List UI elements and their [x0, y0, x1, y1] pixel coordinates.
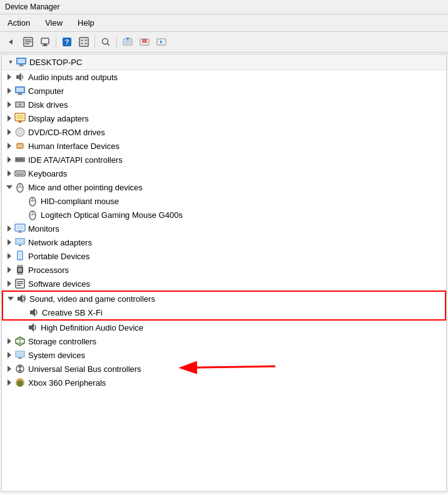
toolbar-back[interactable]	[4, 34, 19, 49]
tree-item-display[interactable]: Display adapters	[2, 111, 446, 125]
expand-icon-hid[interactable]	[4, 141, 14, 151]
expand-icon-mice[interactable]	[4, 182, 14, 192]
svg-point-40	[19, 103, 21, 106]
svg-rect-51	[20, 145, 23, 145]
device-icon-logitech	[27, 209, 38, 220]
item-label-logitech: Logitech Optical Gaming Mouse G400s	[41, 210, 183, 220]
tree-item-logitech[interactable]: Logitech Optical Gaming Mouse G400s	[2, 208, 446, 222]
item-label-system: System devices	[28, 351, 85, 360]
svg-marker-30	[8, 74, 11, 80]
tree-item-processors[interactable]: Processors	[2, 263, 446, 277]
device-icon-portable	[14, 250, 26, 262]
tree-item-disk[interactable]: Disk drives	[2, 98, 446, 111]
expand-icon-dvd[interactable]	[4, 127, 14, 137]
computer-root-item[interactable]: ▼ DESKTOP-PC	[2, 54, 446, 70]
device-icon-xbox	[14, 377, 26, 388]
toolbar-view[interactable]	[76, 34, 91, 49]
item-label-keyboard: Keyboards	[28, 169, 67, 178]
tree-item-creative[interactable]: Creative SB X-Fi	[3, 306, 445, 319]
svg-marker-41	[8, 115, 11, 121]
svg-rect-34	[16, 88, 24, 92]
svg-marker-104	[30, 308, 35, 317]
tree-item-usb[interactable]: Universal Serial Bus controllers	[2, 362, 446, 376]
expand-icon-portable[interactable]	[4, 251, 14, 261]
tree-item-system[interactable]: System devices	[2, 348, 446, 362]
item-label-processors: Processors	[28, 265, 69, 275]
toolbar-action2[interactable]	[137, 34, 152, 49]
svg-marker-105	[29, 323, 34, 332]
menu-help[interactable]: Help	[75, 17, 97, 29]
svg-rect-59	[15, 171, 25, 176]
toolbar-help[interactable]: ?	[59, 34, 74, 49]
device-icon-mice	[14, 182, 26, 193]
tree-item-portable[interactable]: Portable Devices	[2, 249, 446, 263]
item-label-computer: Computer	[28, 86, 64, 96]
toolbar-sep2	[94, 36, 95, 48]
tree-item-keyboard[interactable]: Keyboards	[2, 167, 446, 180]
tree-item-hid[interactable]: Human Interface Devices	[2, 139, 446, 153]
svg-rect-82	[16, 239, 24, 244]
expand-icon-system[interactable]	[4, 350, 14, 360]
device-icon-ide	[14, 154, 26, 165]
toolbar-properties[interactable]	[21, 34, 36, 49]
tree-item-monitors[interactable]: Monitors	[2, 222, 446, 235]
svg-rect-36	[17, 95, 23, 95]
tree-item-storage[interactable]: Storage controllers	[2, 334, 446, 348]
svg-marker-48	[8, 143, 11, 149]
device-icon-storage	[14, 336, 26, 347]
tree-item-software[interactable]: Software devices	[2, 277, 446, 291]
expand-icon-sound[interactable]	[6, 294, 16, 304]
item-label-hid-mouse: HID-compliant mouse	[41, 197, 119, 206]
expand-icon-software[interactable]	[4, 279, 14, 289]
expand-icon-creative	[18, 307, 28, 317]
tree-container: Audio inputs and outputsComputerDisk dri…	[2, 70, 446, 389]
expand-icon-disk[interactable]	[4, 100, 14, 110]
tree-item-hda[interactable]: High Definition Audio Device	[2, 321, 446, 334]
tree-item-computer[interactable]: Computer	[2, 84, 446, 98]
tree-item-network[interactable]: Network adapters	[2, 235, 446, 249]
svg-rect-60	[16, 172, 18, 173]
tree-item-sound[interactable]: Sound, video and game controllers	[3, 292, 445, 306]
svg-rect-101	[17, 285, 21, 286]
toolbar-dm[interactable]	[38, 34, 53, 49]
tree-item-dvd[interactable]: DVD/CD-ROM drives	[2, 125, 446, 139]
expand-icon-xbox[interactable]	[4, 378, 14, 388]
svg-marker-97	[8, 280, 11, 287]
expand-icon-network[interactable]	[4, 237, 14, 247]
expand-icon-keyboard[interactable]	[4, 168, 14, 178]
toolbar-search[interactable]	[98, 34, 113, 49]
tree-item-xbox[interactable]: Xbox 360 Peripherals	[2, 376, 446, 389]
toolbar: ?	[0, 32, 448, 53]
tree-item-mice[interactable]: Mice and other pointing devices	[2, 180, 446, 194]
expand-icon-ide[interactable]	[4, 155, 14, 165]
menu-view[interactable]: View	[43, 17, 65, 29]
tree-item-audio[interactable]: Audio inputs and outputs	[2, 70, 446, 84]
device-icon-display	[14, 113, 26, 124]
svg-rect-56	[19, 158, 20, 161]
menu-action[interactable]: Action	[5, 17, 33, 29]
svg-rect-110	[18, 358, 22, 359]
svg-rect-79	[18, 232, 23, 233]
item-label-disk: Disk drives	[28, 100, 68, 110]
svg-rect-100	[17, 283, 23, 284]
svg-marker-75	[8, 225, 11, 232]
expand-icon-computer[interactable]	[4, 86, 14, 96]
toolbar-action3[interactable]	[154, 34, 169, 49]
device-icon-hid	[14, 140, 26, 152]
svg-rect-4	[25, 43, 29, 44]
expand-icon-audio[interactable]	[4, 72, 14, 82]
expand-icon-monitors[interactable]	[4, 224, 14, 234]
tree-item-hid-mouse[interactable]: HID-compliant mouse	[2, 194, 446, 208]
svg-rect-109	[16, 352, 24, 356]
expand-icon-processors[interactable]	[4, 265, 14, 275]
tree-item-ide[interactable]: IDE ATA/ATAPI controllers	[2, 153, 446, 167]
expand-icon-usb[interactable]	[4, 364, 14, 374]
svg-marker-113	[8, 379, 11, 386]
svg-marker-31	[16, 73, 21, 81]
expand-icon-storage[interactable]	[4, 336, 14, 346]
toolbar-action1[interactable]	[120, 34, 135, 49]
svg-line-16	[108, 44, 110, 46]
expand-icon-display[interactable]	[4, 113, 14, 123]
device-icon-usb	[14, 363, 26, 374]
svg-rect-11	[81, 39, 83, 41]
